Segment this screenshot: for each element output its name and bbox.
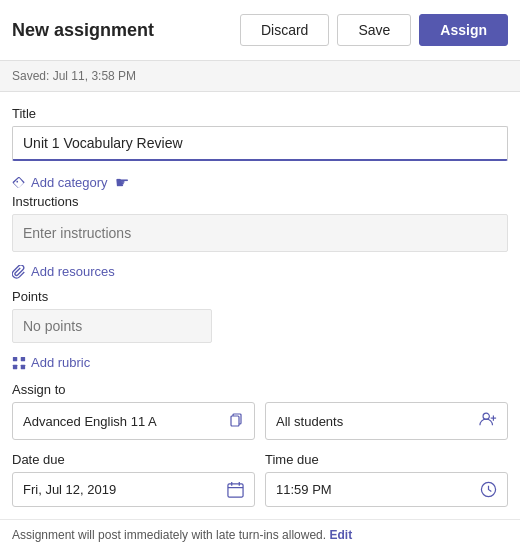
page-title: New assignment bbox=[12, 20, 232, 41]
add-category-label: Add category bbox=[31, 175, 108, 190]
add-resources-link[interactable]: Add resources bbox=[12, 264, 508, 279]
discard-button[interactable]: Discard bbox=[240, 14, 329, 46]
assign-button[interactable]: Assign bbox=[419, 14, 508, 46]
time-due-field: Time due 11:59 PM bbox=[265, 452, 508, 507]
date-due-label: Date due bbox=[12, 452, 255, 467]
info-text: Assignment will post immediately with la… bbox=[12, 528, 326, 542]
add-resources-label: Add resources bbox=[31, 264, 115, 279]
students-selector[interactable]: All students bbox=[265, 402, 508, 440]
time-due-value: 11:59 PM bbox=[276, 482, 332, 497]
date-due-picker[interactable]: Fri, Jul 12, 2019 bbox=[12, 472, 255, 507]
class-name: Advanced English 11 A bbox=[23, 414, 157, 429]
instructions-section: Instructions bbox=[12, 194, 508, 252]
save-button[interactable]: Save bbox=[337, 14, 411, 46]
add-rubric-link[interactable]: Add rubric bbox=[12, 355, 508, 370]
instructions-label: Instructions bbox=[12, 194, 508, 209]
svg-rect-0 bbox=[13, 356, 17, 360]
calendar-icon bbox=[227, 481, 244, 498]
date-due-value: Fri, Jul 12, 2019 bbox=[23, 482, 116, 497]
cursor-icon: ☛ bbox=[115, 173, 129, 192]
add-category-link[interactable]: Add category ☛ bbox=[12, 173, 508, 192]
instructions-input[interactable] bbox=[12, 214, 508, 252]
title-label: Title bbox=[12, 106, 508, 121]
form-area: Title Add category ☛ Instructions Add re… bbox=[0, 92, 520, 519]
svg-rect-1 bbox=[21, 356, 25, 360]
assign-to-section: Assign to Advanced English 11 A All stud… bbox=[12, 382, 508, 440]
assign-row: Advanced English 11 A All students bbox=[12, 402, 508, 440]
points-section: Points bbox=[12, 289, 508, 343]
saved-status: Saved: Jul 11, 3:58 PM bbox=[0, 61, 520, 92]
points-input[interactable] bbox=[12, 309, 212, 343]
header: New assignment Discard Save Assign bbox=[0, 0, 520, 61]
date-due-field: Date due Fri, Jul 12, 2019 bbox=[12, 452, 255, 507]
paperclip-icon bbox=[12, 265, 26, 279]
info-bar: Assignment will post immediately with la… bbox=[0, 519, 520, 550]
svg-rect-5 bbox=[231, 416, 239, 426]
title-input[interactable] bbox=[12, 126, 508, 161]
tag-icon bbox=[12, 176, 26, 190]
time-due-picker[interactable]: 11:59 PM bbox=[265, 472, 508, 507]
class-selector[interactable]: Advanced English 11 A bbox=[12, 402, 255, 440]
copy-icon bbox=[228, 411, 244, 431]
saved-text: Saved: Jul 11, 3:58 PM bbox=[12, 69, 136, 83]
time-due-label: Time due bbox=[265, 452, 508, 467]
assign-to-label: Assign to bbox=[12, 382, 508, 397]
svg-rect-9 bbox=[228, 484, 243, 497]
add-rubric-label: Add rubric bbox=[31, 355, 90, 370]
date-time-row: Date due Fri, Jul 12, 2019 Time due 11:5… bbox=[12, 452, 508, 507]
grid-icon bbox=[12, 356, 26, 370]
svg-rect-3 bbox=[21, 364, 25, 368]
edit-link[interactable]: Edit bbox=[329, 528, 352, 542]
title-section: Title bbox=[12, 106, 508, 161]
person-add-icon bbox=[479, 411, 497, 431]
svg-rect-2 bbox=[13, 364, 17, 368]
points-label: Points bbox=[12, 289, 508, 304]
clock-icon bbox=[480, 481, 497, 498]
students-label: All students bbox=[276, 414, 343, 429]
